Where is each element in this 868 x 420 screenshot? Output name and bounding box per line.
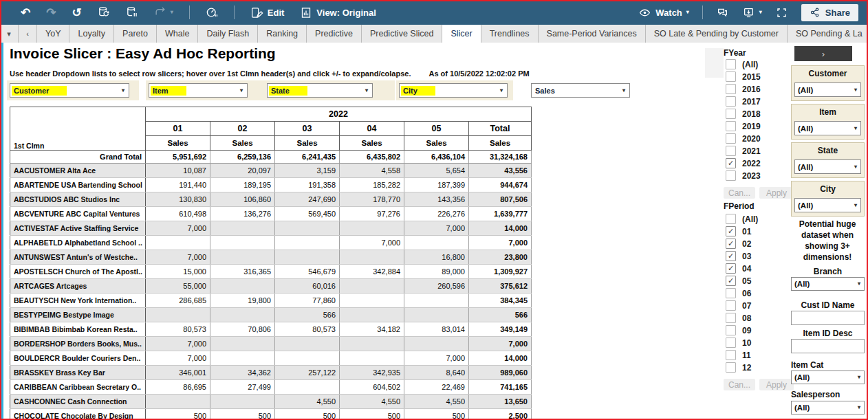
- row-label[interactable]: BESTYPEIMG Bestype Image: [10, 308, 146, 322]
- tab-whale[interactable]: Whale: [157, 25, 198, 43]
- value-cell[interactable]: [275, 250, 340, 265]
- apply-button[interactable]: Apply: [759, 187, 794, 199]
- checkbox-unchecked-icon[interactable]: [726, 170, 736, 181]
- value-cell[interactable]: 500: [404, 409, 469, 420]
- field-dropdown-branch[interactable]: (All)▾: [791, 277, 865, 291]
- field-input-item-id-desc[interactable]: [791, 339, 865, 353]
- value-cell[interactable]: 77,860: [275, 294, 340, 308]
- fullscreen-icon[interactable]: [775, 7, 788, 19]
- value-cell[interactable]: [210, 351, 275, 366]
- measure-header[interactable]: Sales: [340, 136, 404, 151]
- checkbox-fyear-2017[interactable]: 2017: [726, 96, 761, 107]
- checkbox-unchecked-icon[interactable]: [726, 300, 736, 311]
- checkbox-unchecked-icon[interactable]: [726, 121, 736, 131]
- measure-header[interactable]: Sales: [404, 136, 469, 151]
- value-cell[interactable]: [146, 236, 210, 250]
- value-cell[interactable]: 16,800: [404, 250, 469, 265]
- value-cell[interactable]: 286,685: [146, 294, 210, 308]
- edit-button[interactable]: Edit: [250, 7, 285, 19]
- value-cell[interactable]: 500: [340, 409, 404, 420]
- performance-gauge-icon[interactable]: [206, 6, 218, 19]
- value-cell[interactable]: 86,695: [146, 380, 210, 395]
- tab-pareto[interactable]: Pareto: [114, 25, 157, 43]
- checkbox-fyear-2019[interactable]: 2019: [726, 121, 761, 131]
- value-cell[interactable]: 566: [469, 308, 532, 322]
- row-label[interactable]: APOSTELSCH Church of The Apostl..: [10, 265, 146, 279]
- checkbox-fyear-2023[interactable]: 2023: [726, 170, 761, 181]
- checkbox-unchecked-icon[interactable]: [726, 288, 736, 298]
- value-cell[interactable]: 106,860: [210, 192, 275, 207]
- apply-button[interactable]: Apply: [759, 379, 794, 390]
- value-cell[interactable]: 226,276: [404, 207, 469, 221]
- slicer-dropdown-item[interactable]: Item▾: [149, 83, 248, 98]
- checkbox-checked-icon[interactable]: ✓: [726, 239, 736, 249]
- value-cell[interactable]: 2,500: [469, 409, 532, 420]
- checkbox-unchecked-icon[interactable]: [726, 71, 736, 82]
- value-cell[interactable]: 19,800: [210, 294, 275, 308]
- value-cell[interactable]: 187,399: [404, 178, 469, 192]
- value-cell[interactable]: 384,345: [469, 294, 532, 308]
- checkbox-unchecked-icon[interactable]: [726, 313, 736, 323]
- grand-total-cell[interactable]: 6,436,104: [404, 151, 469, 164]
- quick-filter-dropdown-city[interactable]: (All)▾: [794, 198, 861, 212]
- checkbox-fperiod-03[interactable]: ✓03: [726, 251, 751, 261]
- tab-predictive-sliced[interactable]: Predictive Sliced: [362, 25, 442, 43]
- row-label[interactable]: BIBIMBAB Bibimbab Korean Resta..: [10, 322, 146, 337]
- field-dropdown-item-cat[interactable]: (All)▾: [791, 371, 865, 384]
- value-cell[interactable]: 4,550: [275, 395, 340, 409]
- value-cell[interactable]: [275, 337, 340, 351]
- checkbox-checked-icon[interactable]: ✓: [726, 158, 736, 168]
- value-cell[interactable]: [275, 221, 340, 236]
- value-cell[interactable]: [275, 380, 340, 395]
- checkbox-fperiod-08[interactable]: 08: [726, 313, 751, 323]
- value-cell[interactable]: 191,440: [146, 178, 210, 192]
- value-cell[interactable]: 13,650: [469, 395, 532, 409]
- value-cell[interactable]: [210, 221, 275, 236]
- quick-filter-dropdown-item[interactable]: (All)▾: [794, 121, 861, 135]
- slicer-dropdown-sales[interactable]: Sales▾: [531, 83, 630, 98]
- value-cell[interactable]: [340, 221, 404, 236]
- value-cell[interactable]: [210, 395, 275, 409]
- value-cell[interactable]: 569,450: [275, 207, 340, 221]
- value-cell[interactable]: [210, 236, 275, 250]
- checkbox-checked-icon[interactable]: ✓: [726, 251, 736, 261]
- period-header-03[interactable]: 03: [275, 122, 340, 136]
- value-cell[interactable]: [404, 294, 469, 308]
- tab-predictive[interactable]: Predictive: [307, 25, 362, 43]
- period-header-04[interactable]: 04: [340, 122, 404, 136]
- checkbox-fperiod-07[interactable]: 07: [726, 300, 751, 311]
- tab-so-pending-la[interactable]: SO Pending & La: [788, 25, 868, 43]
- value-cell[interactable]: 7,000: [146, 337, 210, 351]
- measure-header[interactable]: Sales: [146, 136, 210, 151]
- value-cell[interactable]: 14,000: [469, 221, 532, 236]
- row-label[interactable]: ALPHABETLD Alphabetland School ..: [10, 236, 146, 250]
- tab-trendlines[interactable]: Trendlines: [481, 25, 539, 43]
- value-cell[interactable]: 7,000: [146, 250, 210, 265]
- value-cell[interactable]: [275, 351, 340, 366]
- row-label[interactable]: CHOCOLATE Chocolate By Design: [10, 409, 146, 420]
- row-label[interactable]: CARIBBEAN Caribbean Secretary O..: [10, 380, 146, 395]
- value-cell[interactable]: 260,596: [404, 279, 469, 294]
- period-header-01[interactable]: 01: [146, 122, 210, 136]
- measure-header[interactable]: Sales: [275, 136, 340, 151]
- grand-total-cell[interactable]: 6,435,802: [340, 151, 404, 164]
- tab-yoy[interactable]: YoY: [37, 25, 69, 43]
- value-cell[interactable]: [340, 250, 404, 265]
- value-cell[interactable]: 89,000: [404, 265, 469, 279]
- checkbox-fyear-2018[interactable]: 2018: [726, 109, 761, 119]
- value-cell[interactable]: [340, 337, 404, 351]
- value-cell[interactable]: 342,935: [340, 366, 404, 380]
- comments-icon[interactable]: [716, 7, 729, 19]
- value-cell[interactable]: 604,502: [340, 380, 404, 395]
- value-cell[interactable]: 5,654: [404, 164, 469, 178]
- cancel-button[interactable]: Can...: [724, 187, 755, 199]
- value-cell[interactable]: [404, 337, 469, 351]
- period-header-02[interactable]: 02: [210, 122, 275, 136]
- grand-total-label[interactable]: Grand Total: [10, 151, 146, 164]
- slicer-dropdown-city[interactable]: City▾: [399, 83, 508, 98]
- value-cell[interactable]: [340, 351, 404, 366]
- value-cell[interactable]: [210, 279, 275, 294]
- row-label[interactable]: ARTCAGES Artcages: [10, 279, 146, 294]
- checkbox-fyear-all[interactable]: (All): [726, 59, 758, 69]
- value-cell[interactable]: [340, 279, 404, 294]
